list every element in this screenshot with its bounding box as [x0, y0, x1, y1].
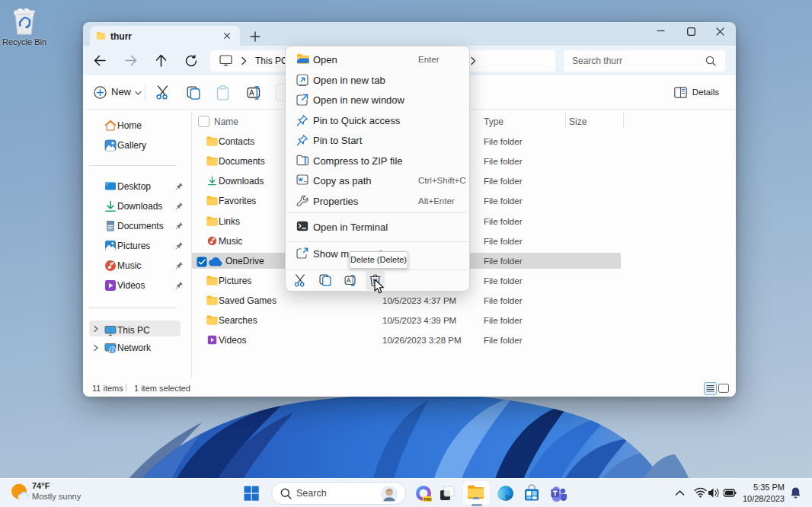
svg-text:PRE: PRE: [424, 497, 432, 502]
